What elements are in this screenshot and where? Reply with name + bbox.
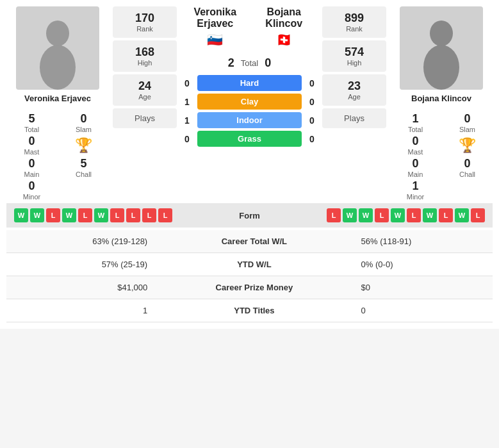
- form-badge: W: [14, 208, 28, 222]
- form-badge: L: [439, 208, 453, 222]
- surface-hard-btn[interactable]: Hard: [197, 75, 302, 91]
- form-badge: W: [30, 208, 44, 222]
- form-badge: W: [391, 208, 405, 222]
- left-high-card: 168 High: [113, 40, 177, 72]
- right-player-avatar: [400, 6, 483, 90]
- main-container: Veronika Erjavec 5 Total 0 Slam 0 Mast 🏆: [0, 0, 499, 329]
- left-stat-main: 0 Main: [6, 157, 57, 178]
- stats-row: 1 YTD Titles 0: [6, 299, 493, 322]
- form-badge: L: [78, 208, 92, 222]
- surface-row-indoor: 1 Indoor 0: [181, 112, 318, 128]
- surface-row-clay: 1 Clay 0: [181, 94, 318, 110]
- left-stat-total: 5 Total: [6, 112, 57, 133]
- left-player-header: Veronika Erjavec 🇸🇮: [181, 6, 250, 47]
- right-rank-card: 899 Rank: [322, 6, 386, 38]
- right-stat-minor: 1 Minor: [390, 179, 441, 201]
- surface-row-hard: 0 Hard 0: [181, 75, 318, 91]
- left-age-card: 24 Age: [113, 74, 177, 106]
- stats-row: 63% (219-128) Career Total W/L 56% (118-…: [6, 230, 493, 253]
- right-stat-chall: 0 Chall: [442, 157, 493, 178]
- surface-clay-btn[interactable]: Clay: [197, 94, 302, 110]
- form-badge: L: [126, 208, 140, 222]
- stat-left-value: 63% (219-128): [6, 230, 156, 253]
- right-player-card: Bojana Klincov 1 Total 0 Slam 0 Mast 🏆: [390, 6, 493, 201]
- right-flag: 🇨🇭: [276, 32, 292, 47]
- form-badge: L: [142, 208, 156, 222]
- form-badge: L: [158, 208, 172, 222]
- stat-right-value: 0% (0-0): [352, 253, 493, 276]
- stat-left-value: $41,000: [6, 276, 156, 299]
- left-info-cards: 170 Rank 168 High 24 Age Plays: [113, 6, 177, 128]
- right-player-name: Bojana Klincov: [411, 94, 471, 103]
- stat-center-label: YTD W/L: [156, 253, 352, 276]
- right-stat-main: 0 Main: [390, 157, 441, 178]
- left-stat-minor: 0 Minor: [6, 179, 57, 201]
- stat-left-value: 1: [6, 299, 156, 322]
- stat-right-value: 56% (118-91): [352, 230, 493, 253]
- svg-point-1: [40, 45, 76, 90]
- right-age-card: 23 Age: [322, 74, 386, 106]
- left-plays-card: Plays: [113, 108, 177, 128]
- form-badge: W: [455, 208, 469, 222]
- right-player-header: Bojana Klincov 🇨🇭: [250, 6, 319, 47]
- form-section: WWLWLWLLLL Form LWWLWLWLWL: [6, 203, 493, 228]
- form-badge: L: [46, 208, 60, 222]
- svg-point-0: [46, 21, 69, 46]
- form-badge: W: [62, 208, 76, 222]
- right-stats-grid: 1 Total 0 Slam 0 Mast 🏆 0 Main: [390, 112, 493, 201]
- left-stats-grid: 5 Total 0 Slam 0 Mast 🏆 0 Main: [6, 112, 109, 201]
- left-stat-slam: 0 Slam: [58, 112, 109, 133]
- surface-rows: 0 Hard 0 1 Clay 0 1 Indoor 0 0 Grass: [181, 75, 318, 147]
- right-info-cards: 899 Rank 574 High 23 Age Plays: [322, 6, 386, 128]
- stats-table: 63% (219-128) Career Total W/L 56% (118-…: [6, 230, 493, 322]
- left-player-card: Veronika Erjavec 5 Total 0 Slam 0 Mast 🏆: [6, 6, 109, 201]
- form-badge: W: [343, 208, 357, 222]
- stat-right-value: 0: [352, 299, 493, 322]
- left-stat-chall: 5 Chall: [58, 157, 109, 178]
- left-player-avatar: [16, 6, 99, 90]
- form-badge: W: [359, 208, 373, 222]
- form-badge: L: [110, 208, 124, 222]
- right-high-card: 574 High: [322, 40, 386, 72]
- svg-point-2: [430, 21, 453, 46]
- stat-center-label: Career Prize Money: [156, 276, 352, 299]
- left-form-badges: WWLWLWLLLL: [14, 208, 172, 222]
- stat-right-value: $0: [352, 276, 493, 299]
- stat-left-value: 57% (25-19): [6, 253, 156, 276]
- total-score-row: 2 Total 0: [228, 56, 272, 70]
- stat-center-label: Career Total W/L: [156, 230, 352, 253]
- form-badge: L: [375, 208, 389, 222]
- form-badge: L: [471, 208, 485, 222]
- surface-row-grass: 0 Grass 0: [181, 131, 318, 147]
- right-stat-mast: 0 Mast: [390, 135, 441, 156]
- right-stat-total: 1 Total: [390, 112, 441, 133]
- left-stat-mast: 0 Mast: [6, 135, 57, 156]
- svg-point-3: [423, 45, 459, 90]
- left-player-name: Veronika Erjavec: [24, 94, 91, 103]
- form-badge: W: [94, 208, 108, 222]
- players-row: Veronika Erjavec 5 Total 0 Slam 0 Mast 🏆: [6, 6, 493, 201]
- right-trophy: 🏆: [442, 135, 493, 156]
- center-section: Veronika Erjavec 🇸🇮 Bojana Klincov 🇨🇭 2 …: [181, 6, 318, 151]
- surface-grass-btn[interactable]: Grass: [197, 131, 302, 147]
- stat-center-label: YTD Titles: [156, 299, 352, 322]
- stats-row: $41,000 Career Prize Money $0: [6, 276, 493, 299]
- form-label: Form: [239, 211, 260, 220]
- left-trophy: 🏆: [58, 135, 109, 156]
- right-plays-card: Plays: [322, 108, 386, 128]
- form-badge: W: [423, 208, 437, 222]
- form-badge: L: [327, 208, 341, 222]
- right-form-badges: LWWLWLWLWL: [327, 208, 485, 222]
- form-badge: L: [407, 208, 421, 222]
- right-stat-slam: 0 Slam: [442, 112, 493, 133]
- stats-row: 57% (25-19) YTD W/L 0% (0-0): [6, 253, 493, 276]
- surface-indoor-btn[interactable]: Indoor: [197, 112, 302, 128]
- left-flag: 🇸🇮: [207, 32, 223, 47]
- left-rank-card: 170 Rank: [113, 6, 177, 38]
